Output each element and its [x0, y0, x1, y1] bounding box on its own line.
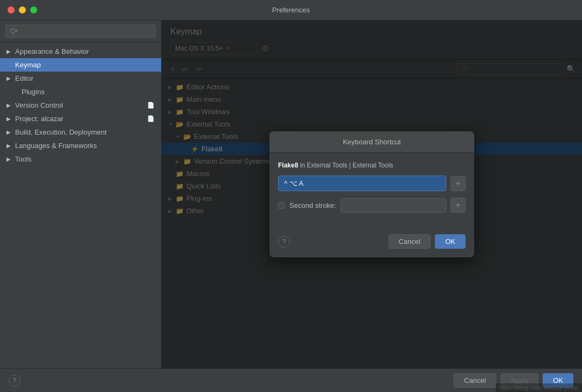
- badge-icon: 📄: [147, 102, 155, 109]
- modal-overlay: Keyboard Shortcut Flake8 in External Too…: [162, 20, 582, 368]
- close-button[interactable]: [8, 6, 15, 13]
- second-stroke-input[interactable]: [341, 198, 446, 213]
- arrow-icon: ▶: [6, 116, 13, 122]
- arrow-icon: ▶: [6, 48, 13, 54]
- arrow-icon: ▶: [6, 129, 13, 135]
- arrow-icon: ▶: [6, 143, 13, 149]
- sidebar-item-project[interactable]: ▶ Project: alcazar 📄: [0, 112, 161, 125]
- badge-icon: 📄: [147, 115, 155, 122]
- sidebar-item-label: Editor: [15, 74, 33, 82]
- second-stroke-add-button[interactable]: +: [451, 198, 466, 213]
- sidebar-item-label: Version Control: [15, 101, 63, 109]
- bottom-bar: ? Cancel Apply OK: [0, 368, 582, 392]
- second-stroke-label: Second stroke:: [289, 201, 336, 209]
- sidebar: ▶ Appearance & Behavior Keymap ▶ Editor …: [0, 20, 162, 368]
- sidebar-item-tools[interactable]: ▶ Tools: [0, 152, 161, 166]
- sidebar-item-label: Tools: [15, 155, 31, 163]
- cancel-button[interactable]: Cancel: [454, 373, 496, 388]
- second-stroke-row: Second stroke: +: [278, 198, 466, 213]
- sidebar-item-editor[interactable]: ▶ Editor: [0, 72, 161, 85]
- sidebar-item-label: Build, Execution, Deployment: [15, 128, 107, 136]
- modal-subtitle-text: in External Tools | External Tools: [298, 162, 393, 169]
- sidebar-item-build[interactable]: ▶ Build, Execution, Deployment: [0, 125, 161, 139]
- sidebar-item-label: Appearance & Behavior: [15, 47, 89, 55]
- second-stroke-checkbox[interactable]: [278, 202, 285, 209]
- modal-header: Keyboard Shortcut: [269, 131, 474, 153]
- sidebar-item-label: Project: alcazar: [15, 115, 64, 123]
- modal-body: Flake8 in External Tools | External Tool…: [269, 153, 474, 230]
- shortcut-input[interactable]: [278, 176, 446, 191]
- maximize-button[interactable]: [30, 6, 37, 13]
- modal-subtitle-bold: Flake8: [278, 162, 298, 169]
- modal-footer: ? Cancel OK: [269, 230, 474, 257]
- sidebar-item-label: Keymap: [15, 61, 41, 69]
- modal-cancel-button[interactable]: Cancel: [389, 234, 431, 249]
- keyboard-shortcut-dialog: Keyboard Shortcut Flake8 in External Too…: [269, 131, 474, 257]
- modal-subtitle: Flake8 in External Tools | External Tool…: [278, 162, 466, 169]
- sidebar-item-languages[interactable]: ▶ Languages & Frameworks: [0, 139, 161, 152]
- window-controls[interactable]: [8, 6, 37, 13]
- sidebar-item-version-control[interactable]: ▶ Version Control 📄: [0, 99, 161, 112]
- bottom-bar-left: ?: [9, 375, 20, 387]
- minimize-button[interactable]: [19, 6, 26, 13]
- arrow-icon: ▶: [6, 102, 13, 108]
- shortcut-input-row: +: [278, 176, 466, 191]
- sidebar-search-input[interactable]: [5, 25, 156, 38]
- content-area: Keymap Mac OS X 10.5+ ▼ ⚙ ≡ ⇌ ✏ 🔍 ▶ 📁: [162, 20, 582, 368]
- sidebar-item-label: Plugins: [22, 88, 45, 96]
- window-title: Preferences: [272, 6, 310, 14]
- modal-ok-button[interactable]: OK: [435, 234, 466, 249]
- modal-footer-buttons: Cancel OK: [389, 234, 466, 249]
- sidebar-item-label: Languages & Frameworks: [15, 142, 97, 150]
- modal-title: Keyboard Shortcut: [343, 138, 401, 146]
- arrow-icon: ▶: [6, 156, 13, 162]
- sidebar-items: ▶ Appearance & Behavior Keymap ▶ Editor …: [0, 43, 161, 368]
- shortcut-add-button[interactable]: +: [451, 176, 466, 191]
- title-bar: Preferences: [0, 0, 582, 20]
- watermark: https://blog.csdn.net/qdPython: [496, 383, 582, 392]
- help-button[interactable]: ?: [278, 236, 290, 248]
- main-container: ▶ Appearance & Behavior Keymap ▶ Editor …: [0, 20, 582, 368]
- sidebar-item-appearance[interactable]: ▶ Appearance & Behavior: [0, 45, 161, 58]
- arrow-icon: ▶: [6, 75, 13, 81]
- sidebar-search-container: [0, 20, 161, 43]
- global-help-button[interactable]: ?: [9, 375, 20, 387]
- sidebar-item-keymap[interactable]: Keymap: [0, 58, 161, 72]
- sidebar-item-plugins[interactable]: Plugins: [0, 85, 161, 99]
